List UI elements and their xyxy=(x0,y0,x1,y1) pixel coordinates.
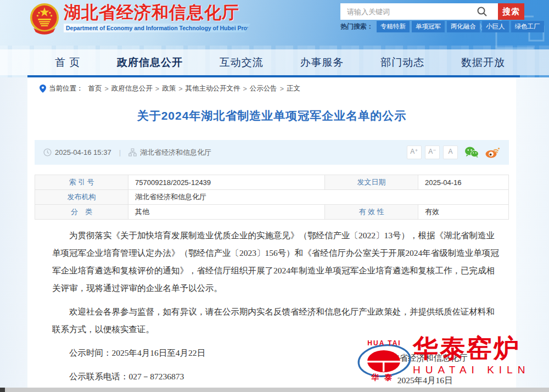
hot-tag-lianghuaronghe[interactable]: 两化融合 xyxy=(447,21,480,32)
site-subtitle: Department of Economy and Information Te… xyxy=(64,24,250,32)
breadcrumb-home[interactable]: 首页 xyxy=(88,84,102,93)
nav-interaction[interactable]: 互动交流 xyxy=(220,55,264,70)
validity-value: 有效 xyxy=(418,205,509,220)
watermark-title: 华泰窑炉 xyxy=(413,334,530,362)
article-datetime: 2025-04-16 15:37 xyxy=(55,148,111,156)
weibo-share-icon[interactable] xyxy=(485,147,500,158)
page: 湖北省经济和信息化厅 Department of Economy and Inf… xyxy=(0,0,549,392)
nav-services[interactable]: 办事服务 xyxy=(300,55,344,70)
nav-gov-info[interactable]: 政府信息公开 xyxy=(117,55,183,70)
nav-dept-news[interactable]: 部门动态 xyxy=(380,55,424,70)
scrollbar-thumb[interactable] xyxy=(0,388,5,392)
svg-text:HUA TAI: HUA TAI xyxy=(367,339,401,347)
watermark-subtitle: HUATAI KILN xyxy=(413,364,530,376)
huatai-logo-icon: HUA TAI 华泰 xyxy=(357,338,412,383)
hot-tag-danxiangguanjun[interactable]: 单项冠军 xyxy=(412,21,445,32)
breadcrumb-other-docs[interactable]: 其他主动公开文件 xyxy=(185,84,240,93)
breadcrumb-separator: > xyxy=(243,85,247,93)
breadcrumb-separator: > xyxy=(280,85,284,93)
breadcrumb: 当前位置： 首页 > 政府信息公开 > 政策 > 其他主动公开文件 > 公示公告… xyxy=(40,84,303,93)
main-nav: 首 页 政府信息公开 互动交流 办事服务 部门动态 数据开放 xyxy=(0,49,549,75)
publisher-value: 湖北省经济和信息化厅 xyxy=(128,190,509,205)
document-info-table: 索 引 号 757009218/2025-12439 发文日期 2025-04-… xyxy=(35,175,509,220)
search-icon[interactable] xyxy=(477,6,488,17)
breadcrumb-notices[interactable]: 公示公告 xyxy=(250,84,277,93)
issue-date-label: 发文日期 xyxy=(325,175,418,190)
hot-tag-zhuanjingtexin[interactable]: 专精特新 xyxy=(377,21,410,32)
national-emblem-icon xyxy=(30,2,59,35)
category-label: 分 类 xyxy=(35,205,128,220)
svg-text:华泰: 华泰 xyxy=(371,373,397,382)
hot-tag-xiaojuren[interactable]: 小巨人 xyxy=(482,21,509,32)
organization-icon xyxy=(128,148,137,156)
location-pin-icon xyxy=(40,85,46,93)
paragraph-1: 为贯彻落实《关于加快培育发展制造业优质企业的实施意见》（鄂经信产业〔2022〕1… xyxy=(52,227,500,297)
publisher-label: 发布机构 xyxy=(35,190,128,205)
nav-home[interactable]: 首 页 xyxy=(55,55,80,70)
table-row: 分 类 其他 有 效 性 有效 xyxy=(35,205,509,220)
huatai-kiln-watermark: HUA TAI 华泰 华泰窑炉 HUATAI KILN xyxy=(357,328,549,389)
font-increase-button[interactable]: A⁺ xyxy=(407,145,422,159)
category-value: 其他 xyxy=(128,205,325,220)
breadcrumb-separator: > xyxy=(178,85,182,93)
nav-open-data[interactable]: 数据开放 xyxy=(461,55,505,70)
clock-icon xyxy=(43,148,52,156)
search-button[interactable]: 搜索 xyxy=(498,3,524,20)
table-row: 索 引 号 757009218/2025-12439 发文日期 2025-04-… xyxy=(35,175,509,190)
hot-tag-lvsegongchang[interactable]: 绿色工厂 xyxy=(511,21,544,32)
article-title: 关于2024年湖北省制造业单项冠军企业名单的公示 xyxy=(27,108,516,124)
breadcrumb-label: 当前位置： xyxy=(49,84,83,93)
index-number-label: 索 引 号 xyxy=(35,175,128,190)
validity-label: 有 效 性 xyxy=(325,205,418,220)
breadcrumb-policy[interactable]: 政策 xyxy=(162,84,176,93)
index-number-value: 757009218/2025-12439 xyxy=(128,175,325,190)
hot-search-label: 热门搜索： xyxy=(340,22,373,31)
hot-search-row: 热门搜索： 专精特新 单项冠军 两化融合 小巨人 绿色工厂 xyxy=(340,21,546,32)
meta-divider: | xyxy=(119,148,121,156)
article-meta-bar: 2025-04-16 15:37 | 湖北省经济和信息化厅 A⁺ A⁻ A xyxy=(35,140,509,165)
wechat-share-icon[interactable] xyxy=(464,147,479,158)
search-input[interactable] xyxy=(340,3,498,20)
search-bar: 搜索 xyxy=(340,3,524,20)
issue-date-value: 2025-04-16 xyxy=(418,175,509,190)
breadcrumb-gov-info[interactable]: 政府信息公开 xyxy=(111,84,153,93)
site-logo-home-link[interactable]: 湖北省经济和信息化厅 Department of Economy and Inf… xyxy=(30,2,250,35)
site-title: 湖北省经济和信息化厅 xyxy=(64,2,250,23)
font-decrease-button[interactable]: A⁻ xyxy=(425,145,440,159)
breadcrumb-separator: > xyxy=(155,85,159,93)
breadcrumb-separator: > xyxy=(105,85,109,93)
breadcrumb-current: 正文 xyxy=(287,84,300,93)
article-source: 湖北省经济和信息化厅 xyxy=(140,148,211,158)
table-row: 发布机构 湖北省经济和信息化厅 xyxy=(35,190,509,205)
font-default-button[interactable]: A xyxy=(443,145,458,159)
